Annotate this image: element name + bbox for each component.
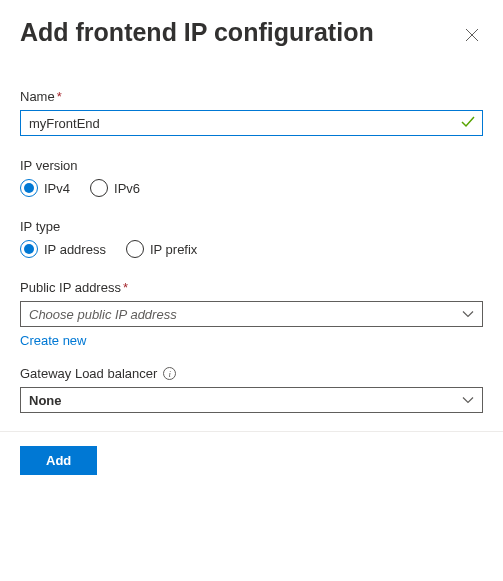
panel-header: Add frontend IP configuration: [20, 18, 483, 49]
create-new-link[interactable]: Create new: [20, 333, 86, 348]
ip-address-radio[interactable]: IP address: [20, 240, 106, 258]
ip-type-field: IP type IP address IP prefix: [20, 219, 483, 258]
ip-prefix-radio[interactable]: IP prefix: [126, 240, 197, 258]
add-button[interactable]: Add: [20, 446, 97, 475]
ip-version-label: IP version: [20, 158, 483, 173]
panel-title: Add frontend IP configuration: [20, 18, 374, 47]
panel-footer: Add: [0, 431, 503, 489]
required-indicator: *: [123, 280, 128, 295]
close-button[interactable]: [461, 24, 483, 49]
public-ip-field: Public IP address* Choose public IP addr…: [20, 280, 483, 348]
radio-icon: [20, 179, 38, 197]
gateway-select[interactable]: None: [20, 387, 483, 413]
radio-icon: [90, 179, 108, 197]
chevron-down-icon: [462, 307, 474, 322]
info-icon[interactable]: i: [163, 367, 176, 380]
gateway-label: Gateway Load balancer: [20, 366, 157, 381]
radio-icon: [126, 240, 144, 258]
ip-type-label: IP type: [20, 219, 483, 234]
name-label: Name*: [20, 89, 483, 104]
chevron-down-icon: [462, 393, 474, 408]
required-indicator: *: [57, 89, 62, 104]
close-icon: [465, 28, 479, 45]
name-field: Name*: [20, 89, 483, 136]
ipv6-radio[interactable]: IPv6: [90, 179, 140, 197]
ipv4-radio[interactable]: IPv4: [20, 179, 70, 197]
radio-icon: [20, 240, 38, 258]
ip-version-field: IP version IPv4 IPv6: [20, 158, 483, 197]
gateway-field: Gateway Load balancer i None: [20, 366, 483, 413]
name-input[interactable]: [20, 110, 483, 136]
public-ip-select[interactable]: Choose public IP address: [20, 301, 483, 327]
public-ip-label: Public IP address*: [20, 280, 483, 295]
